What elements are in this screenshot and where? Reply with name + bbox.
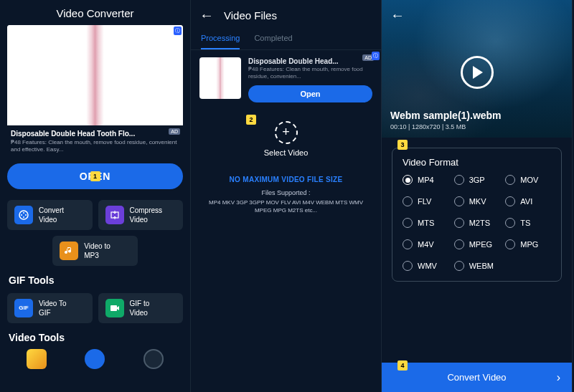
convert-video-button[interactable]: Convert Video bbox=[7, 200, 93, 230]
video-tools-icons bbox=[0, 345, 190, 369]
files-supported-list: MP4 MKV 3GP 3GPP MOV FLV AVI M4V WEBM MT… bbox=[191, 199, 381, 214]
page-title: Video Files bbox=[224, 9, 277, 21]
svg-point-1 bbox=[23, 212, 24, 214]
gif-to-video-label: GIF to Video bbox=[130, 299, 150, 317]
ad-description: ₱48 Features: Clean the mouth, remove fo… bbox=[11, 139, 179, 154]
ad-label: AD bbox=[169, 128, 180, 135]
convert-video-label: Convert Video bbox=[39, 206, 64, 224]
filesize: 3.5 MB bbox=[446, 123, 466, 130]
radio-icon bbox=[403, 239, 413, 249]
svg-point-2 bbox=[25, 214, 27, 216]
convert-video-button[interactable]: Convert Video › bbox=[382, 363, 572, 392]
compress-video-label: Compress Video bbox=[130, 206, 163, 224]
back-arrow-icon[interactable]: ← bbox=[199, 7, 214, 24]
radio-icon bbox=[454, 261, 464, 271]
format-label: WMV bbox=[418, 262, 437, 270]
step-2-badge: 2 bbox=[246, 115, 256, 125]
format-option-mpeg[interactable]: MPEG bbox=[454, 239, 500, 249]
radio-icon bbox=[454, 175, 464, 185]
format-label: MTS bbox=[418, 219, 434, 227]
ad-corner-icon: ⓘ bbox=[372, 52, 380, 60]
format-label: MP4 bbox=[418, 176, 434, 184]
video-to-gif-button[interactable]: GIF Video To GIF bbox=[7, 293, 93, 323]
convert-button-label: Convert Video bbox=[447, 372, 506, 383]
format-option-wmv[interactable]: WMV bbox=[403, 261, 448, 271]
compress-icon bbox=[105, 206, 124, 224]
video-format-box: Video Format MP43GPMOVFLVMKVAVIMTSM2TSTS… bbox=[392, 148, 562, 282]
video-to-gif-label: Video To GIF bbox=[39, 299, 67, 317]
tool-icon-3[interactable] bbox=[144, 349, 164, 369]
home-screen: Video Converter ⓘ Disposable Double Head… bbox=[0, 0, 191, 392]
video-info: Webm sample(1).webm 00:10 | 1280x720 | 3… bbox=[390, 110, 502, 130]
format-label: MPG bbox=[520, 240, 538, 249]
ad-banner[interactable]: Disposable Double Head... ₱48 Features: … bbox=[191, 50, 381, 110]
format-label: M4V bbox=[418, 240, 434, 249]
format-option-mts[interactable]: MTS bbox=[403, 218, 448, 228]
radio-icon bbox=[454, 239, 464, 249]
format-option-mp4[interactable]: MP4 bbox=[403, 175, 448, 185]
video-to-mp3-button[interactable]: Video to MP3 bbox=[52, 236, 138, 266]
back-arrow-icon[interactable]: ← bbox=[390, 7, 405, 24]
gif-tools-grid: GIF Video To GIF GIF to Video bbox=[0, 287, 190, 329]
ad-thumbnail bbox=[199, 57, 241, 99]
format-option-m2ts[interactable]: M2TS bbox=[454, 218, 500, 228]
format-label: 3GP bbox=[469, 176, 485, 184]
video-meta: 00:10 | 1280x720 | 3.5 MB bbox=[390, 123, 502, 130]
format-label: MKV bbox=[469, 197, 486, 206]
add-video-icon: + bbox=[275, 121, 298, 144]
tool-icon-1[interactable] bbox=[27, 349, 47, 369]
ad-description: ₱48 Features: Clean the mouth, remove fo… bbox=[248, 66, 372, 81]
format-option-mkv[interactable]: MKV bbox=[454, 196, 500, 206]
select-video-label: Select Video bbox=[191, 148, 381, 157]
chevron-right-icon: › bbox=[557, 371, 560, 384]
ad-image bbox=[7, 25, 183, 125]
ad-open-button[interactable]: Open bbox=[248, 85, 372, 102]
format-option-ts[interactable]: TS bbox=[505, 218, 551, 228]
format-option-m4v[interactable]: M4V bbox=[403, 239, 448, 249]
filename: Webm sample(1).webm bbox=[390, 110, 502, 121]
radio-icon bbox=[454, 196, 464, 206]
radio-icon bbox=[505, 175, 515, 185]
format-option-mov[interactable]: MOV bbox=[505, 175, 551, 185]
tool-icon-2[interactable] bbox=[85, 349, 105, 369]
format-option-mpg[interactable]: MPG bbox=[505, 239, 551, 249]
format-option-3gp[interactable]: 3GP bbox=[454, 175, 500, 185]
format-label: MPEG bbox=[469, 240, 492, 249]
format-label: TS bbox=[520, 219, 530, 227]
format-option-avi[interactable]: AVI bbox=[505, 196, 551, 206]
ad-text-block: Disposable Double Head Tooth Flo... ₱48 … bbox=[7, 125, 183, 158]
format-option-flv[interactable]: FLV bbox=[403, 196, 448, 206]
play-button[interactable] bbox=[461, 56, 494, 89]
video-tools-grid: Convert Video Compress Video Video to MP… bbox=[0, 194, 190, 272]
format-label: M2TS bbox=[469, 219, 490, 227]
radio-icon bbox=[403, 196, 413, 206]
music-note-icon bbox=[60, 242, 78, 260]
step-3-badge: 3 bbox=[397, 140, 408, 150]
tab-completed[interactable]: Completed bbox=[254, 29, 292, 49]
step-1-badge: 1 bbox=[90, 171, 100, 181]
svg-rect-6 bbox=[110, 305, 117, 311]
format-heading: Video Format bbox=[403, 157, 551, 168]
select-video-area[interactable]: + Select Video bbox=[191, 110, 381, 161]
format-label: MOV bbox=[520, 176, 538, 184]
svg-point-4 bbox=[21, 214, 22, 216]
play-icon bbox=[473, 66, 483, 79]
header: ← Video Files bbox=[191, 0, 381, 29]
format-grid: MP43GPMOVFLVMKVAVIMTSM2TSTSM4VMPEGMPGWMV… bbox=[403, 175, 551, 271]
compress-video-button[interactable]: Compress Video bbox=[98, 200, 184, 230]
film-reel-icon bbox=[14, 206, 33, 224]
video-preview: ← Webm sample(1).webm 00:10 | 1280x720 |… bbox=[382, 0, 572, 138]
video-to-mp3-label: Video to MP3 bbox=[84, 242, 110, 260]
radio-icon bbox=[403, 175, 413, 185]
tab-processing[interactable]: Processing bbox=[201, 29, 240, 49]
video-tools-heading: Video Tools bbox=[0, 329, 190, 345]
files-supported-label: Files Supported : bbox=[191, 189, 381, 196]
convert-screen: ← Webm sample(1).webm 00:10 | 1280x720 |… bbox=[382, 0, 573, 392]
gif-to-video-button[interactable]: GIF to Video bbox=[98, 293, 184, 323]
video-files-screen: ← Video Files Processing Completed Dispo… bbox=[191, 0, 382, 392]
video-icon bbox=[105, 299, 124, 317]
format-option-webm[interactable]: WEBM bbox=[454, 261, 500, 271]
radio-icon bbox=[403, 261, 413, 271]
ad-card[interactable]: ⓘ bbox=[7, 25, 183, 125]
radio-icon bbox=[454, 218, 464, 228]
